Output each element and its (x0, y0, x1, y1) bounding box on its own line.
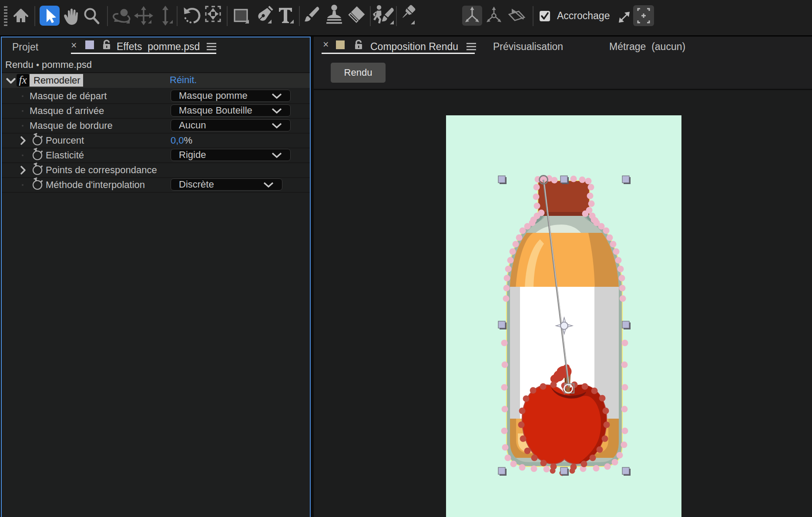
svg-text:Accrochage: Accrochage (557, 10, 610, 21)
